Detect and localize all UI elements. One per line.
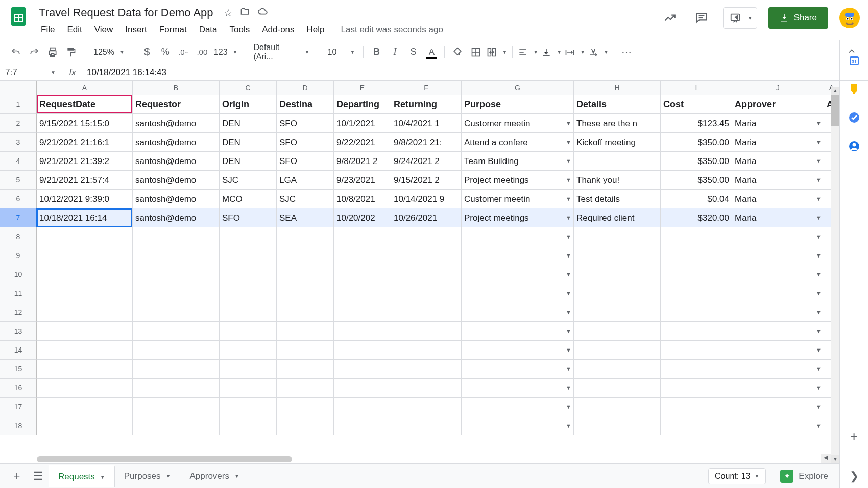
- empty-cell[interactable]: [334, 246, 391, 265]
- empty-cell[interactable]: [133, 322, 220, 341]
- menu-addons[interactable]: Add-ons: [257, 22, 299, 37]
- sheet-tab[interactable]: Purposes▼: [115, 465, 181, 487]
- empty-cell[interactable]: [133, 265, 220, 284]
- data-cell[interactable]: Test details: [574, 190, 661, 208]
- header-cell[interactable]: Destina: [277, 95, 334, 114]
- decrease-decimal-button[interactable]: .0←: [175, 43, 192, 61]
- empty-cell[interactable]: ▼: [462, 360, 574, 379]
- empty-cell[interactable]: [661, 227, 732, 246]
- text-wrap-button[interactable]: ▼: [564, 47, 586, 57]
- empty-cell[interactable]: [574, 398, 661, 416]
- header-cell[interactable]: Origin: [220, 95, 277, 114]
- data-cell[interactable]: 9/24/2021 2: [391, 152, 462, 171]
- empty-cell[interactable]: [391, 303, 462, 322]
- empty-cell[interactable]: [37, 398, 133, 416]
- fill-color-button[interactable]: [449, 43, 466, 61]
- data-cell[interactable]: SEA: [277, 208, 334, 227]
- empty-cell[interactable]: [574, 360, 661, 379]
- empty-cell[interactable]: [133, 227, 220, 246]
- scroll-left-button[interactable]: ◀: [821, 454, 830, 463]
- menu-tools[interactable]: Tools: [225, 22, 255, 37]
- empty-cell[interactable]: [391, 398, 462, 416]
- zoom-select[interactable]: 125%▼: [88, 48, 130, 57]
- empty-cell[interactable]: [334, 322, 391, 341]
- tasks-icon[interactable]: [848, 111, 860, 124]
- empty-cell[interactable]: [220, 227, 277, 246]
- empty-cell[interactable]: ▼: [462, 284, 574, 303]
- cloud-icon[interactable]: [257, 6, 269, 20]
- menu-format[interactable]: Format: [154, 22, 192, 37]
- data-cell[interactable]: santosh@demo: [133, 152, 220, 171]
- data-cell[interactable]: Maria▼: [732, 114, 824, 133]
- sheet-tab[interactable]: Approvers▼: [180, 465, 249, 487]
- empty-cell[interactable]: [661, 246, 732, 265]
- all-sheets-button[interactable]: ☰: [28, 466, 49, 487]
- data-cell[interactable]: 10/20/202: [334, 208, 391, 227]
- empty-cell[interactable]: [37, 341, 133, 360]
- empty-cell[interactable]: [133, 416, 220, 435]
- data-cell[interactable]: Required client: [574, 208, 661, 227]
- font-size-select[interactable]: 10▼: [323, 48, 359, 57]
- header-cell[interactable]: RequestDate: [37, 95, 133, 114]
- empty-cell[interactable]: ▼: [462, 265, 574, 284]
- data-cell[interactable]: 9/15/2021 2: [391, 171, 462, 190]
- empty-cell[interactable]: [391, 284, 462, 303]
- row-header[interactable]: 5: [0, 171, 37, 190]
- empty-cell[interactable]: [277, 284, 334, 303]
- data-cell[interactable]: santosh@demo: [133, 190, 220, 208]
- empty-cell[interactable]: [277, 398, 334, 416]
- document-title[interactable]: Travel Request Data for Demo App: [36, 5, 216, 20]
- empty-cell[interactable]: [661, 303, 732, 322]
- empty-cell[interactable]: ▼: [732, 227, 824, 246]
- empty-cell[interactable]: [661, 360, 732, 379]
- empty-cell[interactable]: [661, 341, 732, 360]
- data-cell[interactable]: 9/23/2021: [334, 171, 391, 190]
- data-cell[interactable]: Maria▼: [732, 152, 824, 171]
- empty-cell[interactable]: [391, 265, 462, 284]
- row-header[interactable]: 7: [0, 208, 37, 227]
- data-cell[interactable]: $350.00: [661, 152, 732, 171]
- empty-cell[interactable]: [334, 416, 391, 435]
- empty-cell[interactable]: [574, 246, 661, 265]
- data-cell[interactable]: 9/22/2021: [334, 133, 391, 152]
- empty-cell[interactable]: [220, 360, 277, 379]
- scroll-down-button[interactable]: ▼: [831, 455, 839, 463]
- empty-cell[interactable]: [334, 227, 391, 246]
- select-all-cell[interactable]: [0, 81, 37, 95]
- data-cell[interactable]: SFO: [277, 152, 334, 171]
- row-header[interactable]: 17: [0, 398, 37, 416]
- empty-cell[interactable]: [574, 416, 661, 435]
- menu-view[interactable]: View: [89, 22, 118, 37]
- empty-cell[interactable]: [277, 265, 334, 284]
- empty-cell[interactable]: ▼: [462, 246, 574, 265]
- empty-cell[interactable]: [574, 379, 661, 398]
- empty-cell[interactable]: [220, 284, 277, 303]
- column-header[interactable]: B: [133, 81, 220, 95]
- data-cell[interactable]: Thank you!: [574, 171, 661, 190]
- data-cell[interactable]: DEN: [220, 152, 277, 171]
- column-header[interactable]: F: [391, 81, 462, 95]
- empty-cell[interactable]: [37, 265, 133, 284]
- empty-cell[interactable]: [133, 379, 220, 398]
- data-cell[interactable]: LGA: [277, 171, 334, 190]
- empty-cell[interactable]: [277, 322, 334, 341]
- data-cell[interactable]: Maria▼: [732, 190, 824, 208]
- data-cell[interactable]: Customer meetin▼: [462, 190, 574, 208]
- empty-cell[interactable]: [391, 227, 462, 246]
- more-toolbar-button[interactable]: ⋯: [618, 43, 636, 61]
- empty-cell[interactable]: [220, 265, 277, 284]
- data-cell[interactable]: Maria▼: [732, 171, 824, 190]
- data-cell[interactable]: santosh@demo: [133, 114, 220, 133]
- empty-cell[interactable]: [334, 265, 391, 284]
- empty-cell[interactable]: [334, 379, 391, 398]
- empty-cell[interactable]: ▼: [462, 341, 574, 360]
- empty-cell[interactable]: [661, 416, 732, 435]
- selection-summary[interactable]: Count: 13 ▼: [708, 468, 766, 484]
- row-header[interactable]: 2: [0, 114, 37, 133]
- add-addon-icon[interactable]: +: [848, 429, 860, 441]
- empty-cell[interactable]: ▼: [462, 416, 574, 435]
- empty-cell[interactable]: [391, 416, 462, 435]
- empty-cell[interactable]: ▼: [462, 322, 574, 341]
- strikethrough-button[interactable]: S: [404, 43, 422, 61]
- empty-cell[interactable]: [391, 246, 462, 265]
